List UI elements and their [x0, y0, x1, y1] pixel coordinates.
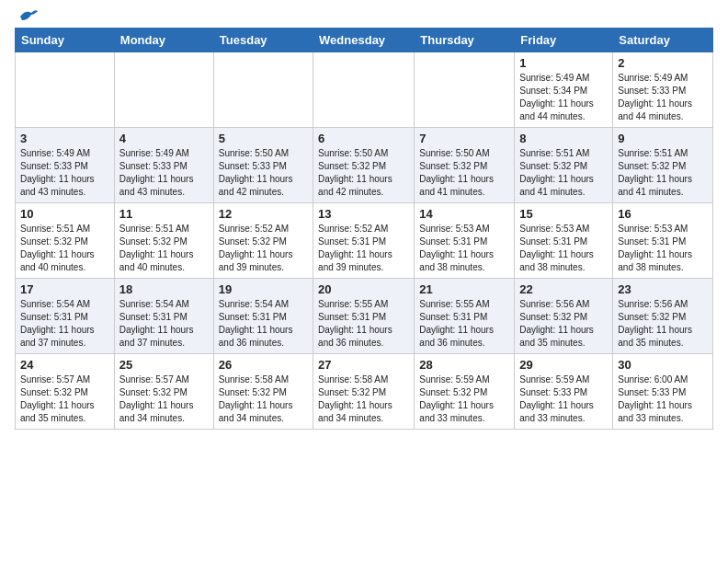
calendar-cell: [415, 52, 515, 128]
calendar-cell: 30Sunrise: 6:00 AM Sunset: 5:33 PM Dayli…: [613, 354, 713, 430]
calendar-week-row: 17Sunrise: 5:54 AM Sunset: 5:31 PM Dayli…: [16, 279, 713, 354]
day-number: 15: [519, 207, 608, 221]
day-number: 4: [119, 132, 209, 145]
day-number: 5: [219, 132, 308, 145]
calendar-cell: 1Sunrise: 5:49 AM Sunset: 5:34 PM Daylig…: [515, 52, 613, 128]
day-number: 29: [519, 358, 608, 372]
calendar-header-friday: Friday: [515, 29, 613, 52]
calendar-header-thursday: Thursday: [415, 29, 515, 52]
calendar-table: SundayMondayTuesdayWednesdayThursdayFrid…: [15, 28, 713, 430]
day-info: Sunrise: 5:53 AM Sunset: 5:31 PM Dayligh…: [419, 223, 509, 274]
calendar-cell: 26Sunrise: 5:58 AM Sunset: 5:32 PM Dayli…: [213, 354, 313, 430]
calendar-week-row: 3Sunrise: 5:49 AM Sunset: 5:33 PM Daylig…: [16, 128, 713, 203]
day-info: Sunrise: 5:49 AM Sunset: 5:33 PM Dayligh…: [20, 147, 109, 199]
day-info: Sunrise: 5:55 AM Sunset: 5:31 PM Dayligh…: [318, 298, 409, 350]
day-info: Sunrise: 5:54 AM Sunset: 5:31 PM Dayligh…: [219, 298, 308, 350]
calendar-cell: 14Sunrise: 5:53 AM Sunset: 5:31 PM Dayli…: [415, 203, 515, 279]
day-info: Sunrise: 5:51 AM Sunset: 5:32 PM Dayligh…: [618, 147, 708, 199]
day-info: Sunrise: 5:58 AM Sunset: 5:32 PM Dayligh…: [219, 373, 308, 425]
day-info: Sunrise: 5:59 AM Sunset: 5:32 PM Dayligh…: [419, 373, 509, 425]
day-info: Sunrise: 5:58 AM Sunset: 5:32 PM Dayligh…: [318, 373, 409, 425]
calendar-cell: 7Sunrise: 5:50 AM Sunset: 5:32 PM Daylig…: [415, 128, 515, 203]
calendar-cell: 8Sunrise: 5:51 AM Sunset: 5:32 PM Daylig…: [515, 128, 613, 203]
day-info: Sunrise: 5:49 AM Sunset: 5:34 PM Dayligh…: [519, 72, 608, 123]
day-number: 7: [419, 132, 509, 145]
calendar-cell: 5Sunrise: 5:50 AM Sunset: 5:33 PM Daylig…: [213, 128, 313, 203]
calendar-header-tuesday: Tuesday: [213, 29, 313, 52]
day-number: 14: [419, 207, 509, 221]
day-info: Sunrise: 5:56 AM Sunset: 5:32 PM Dayligh…: [519, 298, 608, 350]
day-number: 8: [519, 132, 608, 145]
calendar-cell: 25Sunrise: 5:57 AM Sunset: 5:32 PM Dayli…: [114, 354, 213, 430]
day-number: 3: [20, 132, 109, 145]
day-info: Sunrise: 5:49 AM Sunset: 5:33 PM Dayligh…: [119, 147, 209, 199]
day-info: Sunrise: 5:53 AM Sunset: 5:31 PM Dayligh…: [618, 223, 708, 274]
day-info: Sunrise: 5:56 AM Sunset: 5:32 PM Dayligh…: [618, 298, 708, 350]
day-info: Sunrise: 5:57 AM Sunset: 5:32 PM Dayligh…: [119, 373, 209, 425]
day-number: 16: [618, 207, 708, 221]
day-info: Sunrise: 5:54 AM Sunset: 5:31 PM Dayligh…: [119, 298, 209, 350]
day-number: 12: [219, 207, 308, 221]
day-number: 19: [219, 282, 308, 296]
calendar-header-monday: Monday: [114, 29, 213, 52]
day-number: 17: [20, 282, 109, 296]
calendar-cell: 19Sunrise: 5:54 AM Sunset: 5:31 PM Dayli…: [213, 279, 313, 354]
calendar-cell: 12Sunrise: 5:52 AM Sunset: 5:32 PM Dayli…: [213, 203, 313, 279]
day-number: 22: [519, 282, 608, 296]
day-number: 2: [618, 56, 708, 70]
day-info: Sunrise: 5:59 AM Sunset: 5:33 PM Dayligh…: [519, 373, 608, 425]
calendar-cell: 3Sunrise: 5:49 AM Sunset: 5:33 PM Daylig…: [16, 128, 115, 203]
day-info: Sunrise: 5:51 AM Sunset: 5:32 PM Dayligh…: [519, 147, 608, 199]
calendar-cell: [16, 52, 115, 128]
day-number: 10: [20, 207, 109, 221]
calendar-cell: [114, 52, 213, 128]
day-info: Sunrise: 5:57 AM Sunset: 5:32 PM Dayligh…: [20, 373, 109, 425]
calendar-week-row: 10Sunrise: 5:51 AM Sunset: 5:32 PM Dayli…: [16, 203, 713, 279]
day-number: 24: [20, 358, 109, 372]
day-info: Sunrise: 5:54 AM Sunset: 5:31 PM Dayligh…: [20, 298, 109, 350]
calendar-cell: 17Sunrise: 5:54 AM Sunset: 5:31 PM Dayli…: [16, 279, 115, 354]
header: [15, 9, 713, 24]
day-info: Sunrise: 5:49 AM Sunset: 5:33 PM Dayligh…: [618, 72, 708, 123]
calendar-cell: 20Sunrise: 5:55 AM Sunset: 5:31 PM Dayli…: [313, 279, 415, 354]
day-number: 28: [419, 358, 509, 372]
day-number: 6: [318, 132, 409, 145]
calendar-cell: 15Sunrise: 5:53 AM Sunset: 5:31 PM Dayli…: [515, 203, 613, 279]
calendar-cell: 18Sunrise: 5:54 AM Sunset: 5:31 PM Dayli…: [114, 279, 213, 354]
calendar-cell: [213, 52, 313, 128]
calendar-header-wednesday: Wednesday: [313, 29, 415, 52]
calendar-week-row: 24Sunrise: 5:57 AM Sunset: 5:32 PM Dayli…: [16, 354, 713, 430]
day-number: 21: [419, 282, 509, 296]
logo: [15, 15, 39, 24]
calendar-cell: 29Sunrise: 5:59 AM Sunset: 5:33 PM Dayli…: [515, 354, 613, 430]
day-info: Sunrise: 5:51 AM Sunset: 5:32 PM Dayligh…: [119, 223, 209, 274]
day-number: 30: [618, 358, 708, 372]
logo-bird-icon: [18, 7, 39, 24]
calendar-cell: [313, 52, 415, 128]
calendar-cell: 24Sunrise: 5:57 AM Sunset: 5:32 PM Dayli…: [16, 354, 115, 430]
calendar-cell: 11Sunrise: 5:51 AM Sunset: 5:32 PM Dayli…: [114, 203, 213, 279]
day-info: Sunrise: 5:50 AM Sunset: 5:32 PM Dayligh…: [318, 147, 409, 199]
day-number: 13: [318, 207, 409, 221]
calendar-header-saturday: Saturday: [613, 29, 713, 52]
day-number: 9: [618, 132, 708, 145]
day-info: Sunrise: 6:00 AM Sunset: 5:33 PM Dayligh…: [618, 373, 708, 425]
calendar-cell: 9Sunrise: 5:51 AM Sunset: 5:32 PM Daylig…: [613, 128, 713, 203]
day-info: Sunrise: 5:52 AM Sunset: 5:32 PM Dayligh…: [219, 223, 308, 274]
day-info: Sunrise: 5:53 AM Sunset: 5:31 PM Dayligh…: [519, 223, 608, 274]
calendar-cell: 21Sunrise: 5:55 AM Sunset: 5:31 PM Dayli…: [415, 279, 515, 354]
calendar-cell: 2Sunrise: 5:49 AM Sunset: 5:33 PM Daylig…: [613, 52, 713, 128]
calendar-header-row: SundayMondayTuesdayWednesdayThursdayFrid…: [16, 29, 713, 52]
calendar-header-sunday: Sunday: [16, 29, 115, 52]
day-info: Sunrise: 5:50 AM Sunset: 5:32 PM Dayligh…: [419, 147, 509, 199]
calendar-cell: 28Sunrise: 5:59 AM Sunset: 5:32 PM Dayli…: [415, 354, 515, 430]
day-info: Sunrise: 5:50 AM Sunset: 5:33 PM Dayligh…: [219, 147, 308, 199]
calendar-cell: 27Sunrise: 5:58 AM Sunset: 5:32 PM Dayli…: [313, 354, 415, 430]
day-info: Sunrise: 5:52 AM Sunset: 5:31 PM Dayligh…: [318, 223, 409, 274]
calendar-cell: 13Sunrise: 5:52 AM Sunset: 5:31 PM Dayli…: [313, 203, 415, 279]
calendar-cell: 23Sunrise: 5:56 AM Sunset: 5:32 PM Dayli…: [613, 279, 713, 354]
day-info: Sunrise: 5:51 AM Sunset: 5:32 PM Dayligh…: [20, 223, 109, 274]
day-number: 11: [119, 207, 209, 221]
calendar-cell: 22Sunrise: 5:56 AM Sunset: 5:32 PM Dayli…: [515, 279, 613, 354]
calendar-cell: 6Sunrise: 5:50 AM Sunset: 5:32 PM Daylig…: [313, 128, 415, 203]
